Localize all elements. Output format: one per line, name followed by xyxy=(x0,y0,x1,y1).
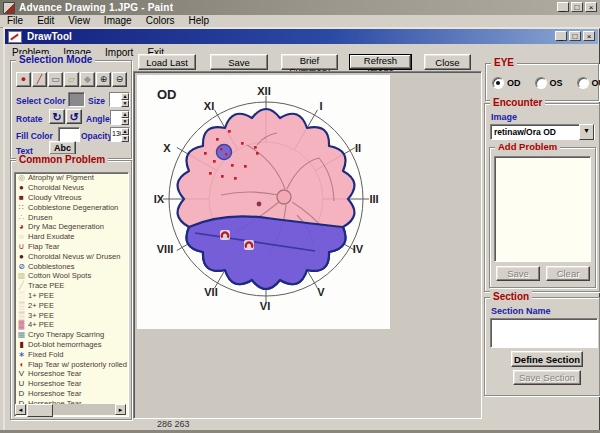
eye-radio-option[interactable]: OD xyxy=(492,77,521,89)
tool-button[interactable]: ▭ xyxy=(48,72,63,87)
save-problem-button[interactable]: Save xyxy=(496,266,540,281)
toolbar-button[interactable]: Brief Summary xyxy=(281,54,338,70)
problem-icon: ▮ xyxy=(17,340,26,349)
common-problem-item[interactable]: V Horseshoe Tear xyxy=(15,369,128,379)
common-problem-item[interactable]: ◖ Flap Tear w/ posteriorly rolled edge xyxy=(15,359,128,369)
rotate-buttons: ↻↺ xyxy=(49,109,82,124)
common-problem-item[interactable]: U Horseshoe Tear xyxy=(15,379,128,389)
problem-icon: ∗ xyxy=(17,350,26,359)
common-problem-item[interactable]: ◕ Dry Mac Degeneration xyxy=(15,222,128,232)
image-label: Image xyxy=(491,112,517,122)
drawtool-window: DrawTool _□× ProblemImageImportExit Load… xyxy=(3,27,600,432)
common-problem-item[interactable]: ▒ 2+ PEE xyxy=(15,300,128,310)
opacity-down-icon: ▼ xyxy=(121,135,129,142)
paint-window-control-button[interactable]: _ xyxy=(557,2,569,12)
common-problem-item[interactable]: ▦ Cryo Therapy Scarring xyxy=(15,330,128,340)
drawtool-window-control-button[interactable]: □ xyxy=(569,31,581,41)
common-problem-item[interactable]: D Horseshoe Tear xyxy=(15,389,128,399)
common-problem-item[interactable]: ∗ Fixed Fold xyxy=(15,349,128,359)
problem-icon: ⊘ xyxy=(17,262,26,271)
save-section-button[interactable]: Save Section xyxy=(513,370,581,385)
tool-button[interactable]: ● xyxy=(16,72,31,87)
common-problem-item[interactable]: ∴ Drusen xyxy=(15,212,128,222)
eye-radio-label: OU xyxy=(592,78,600,88)
drawtool-menu-item[interactable]: Import xyxy=(98,47,140,59)
toolbar-button[interactable]: Load Last xyxy=(138,54,196,70)
paint-menu-item[interactable]: Colors xyxy=(139,15,182,27)
common-problem-item[interactable]: ⊘ Cobblestones xyxy=(15,261,128,271)
paint-menu-item[interactable]: Help xyxy=(182,15,217,27)
paint-menu-item[interactable]: File xyxy=(0,15,30,27)
common-problem-item[interactable]: ▮ Dot-blot hemorrhages xyxy=(15,340,128,350)
chevron-down-icon[interactable]: ▼ xyxy=(579,124,594,140)
add-problem-listbox[interactable] xyxy=(494,156,591,262)
common-problem-item[interactable]: ■ Cloudy Vitreous xyxy=(15,193,128,203)
paint-window-control-button[interactable]: × xyxy=(585,2,597,12)
toolbar-button[interactable]: Save xyxy=(210,54,268,70)
problem-label: Horseshoe Tear xyxy=(28,389,81,398)
paint-window-title: Advance Drawing 1.JPG - Paint xyxy=(19,2,173,13)
paint-app-icon xyxy=(3,2,15,14)
tool-button[interactable]: ▱ xyxy=(64,72,79,87)
tool-button[interactable]: ◆ xyxy=(80,72,95,87)
define-section-button[interactable]: Define Section xyxy=(511,351,583,367)
common-problem-item[interactable]: ░ 1+ PEE xyxy=(15,291,128,301)
toolbar-button[interactable]: Refresh Image xyxy=(349,54,412,70)
eye-radio-label: OS xyxy=(550,78,563,88)
problem-icon: D xyxy=(17,389,26,398)
clear-problem-button[interactable]: Clear xyxy=(546,266,590,281)
rotate-button[interactable]: ↺ xyxy=(66,109,82,124)
drawtool-window-control-button[interactable]: × xyxy=(583,31,595,41)
fill-color-swatch[interactable] xyxy=(58,127,80,142)
opacity-spinner[interactable]: 130 ▲▼ xyxy=(110,127,130,142)
common-problem-item[interactable]: ▩ Cotton Wool Spots xyxy=(15,271,128,281)
fill-color-label: Fill Color xyxy=(16,131,53,141)
problem-label: Dot-blot hemorrhages xyxy=(28,340,101,349)
scroll-right-icon[interactable]: ▸ xyxy=(115,404,126,415)
problem-label: Cloudy Vitreous xyxy=(28,193,81,202)
drawtool-window-control-button[interactable]: _ xyxy=(555,31,567,41)
section-name-input[interactable] xyxy=(490,318,598,348)
scroll-left-icon[interactable]: ◂ xyxy=(15,404,26,415)
radio-icon[interactable] xyxy=(535,77,547,89)
text-abc-button[interactable]: Abc xyxy=(49,141,76,155)
radio-icon[interactable] xyxy=(492,77,504,89)
paint-menu-item[interactable]: Image xyxy=(97,15,139,27)
problem-label: Flap Tear xyxy=(28,242,60,251)
size-spinner[interactable]: ▲▼ xyxy=(109,92,130,107)
eye-radio-option[interactable]: OS xyxy=(535,77,563,89)
common-problem-group: Common Problem ◎ Atrophy w/ Pigment ● Ch… xyxy=(10,160,132,420)
tool-button[interactable]: ⊕ xyxy=(96,72,111,87)
common-problem-item[interactable]: ○ Hard Exudate xyxy=(15,232,128,242)
common-problem-item[interactable]: ∪ Flap Tear xyxy=(15,242,128,252)
common-problem-item[interactable]: ● Choroidal Nevus xyxy=(15,183,128,193)
radio-icon[interactable] xyxy=(577,77,589,89)
common-problem-item[interactable]: ∷ Cobblestone Degeneration xyxy=(15,202,128,212)
paint-window-control-button[interactable]: □ xyxy=(571,2,583,12)
paint-menu-item[interactable]: View xyxy=(61,15,97,27)
problem-icon: ∴ xyxy=(17,213,26,222)
angle-up-icon: ▲ xyxy=(121,111,129,118)
common-problem-item[interactable]: ● Choroidal Nevus w/ Drusen xyxy=(15,251,128,261)
tool-button[interactable]: ⊖ xyxy=(112,72,127,87)
drawing-area-panel: XII I II III IV V VI VII VIII IX X XI OD xyxy=(133,71,482,419)
problem-icon: ● xyxy=(17,252,26,261)
retina-drawing-canvas[interactable]: XII I II III IV V VI VII VIII IX X XI OD xyxy=(137,75,390,329)
paint-menu-item[interactable]: Edit xyxy=(30,15,61,27)
image-dropdown[interactable]: retinaw/Ora OD ▼ xyxy=(490,124,595,140)
common-problem-item[interactable]: ◎ Atrophy w/ Pigment xyxy=(15,173,128,183)
problem-label: Choroidal Nevus xyxy=(28,183,84,192)
common-problem-item[interactable]: ╱ Trace PEE xyxy=(15,281,128,291)
scrollbar-thumb[interactable] xyxy=(27,404,53,417)
common-problem-item[interactable]: ▓ 4+ PEE xyxy=(15,320,128,330)
eye-radio-option[interactable]: OU xyxy=(577,77,600,89)
select-color-swatch[interactable] xyxy=(68,92,85,107)
paint-window-controls: _□× xyxy=(557,2,597,12)
svg-text:X: X xyxy=(163,142,171,154)
rotate-button[interactable]: ↻ xyxy=(49,109,65,124)
tool-button[interactable]: ╱ xyxy=(32,72,47,87)
common-problem-hscrollbar[interactable]: ◂ ▸ xyxy=(15,404,126,415)
toolbar-button[interactable]: Close xyxy=(424,54,471,70)
angle-spinner[interactable]: ▲▼ xyxy=(110,110,130,125)
common-problem-item[interactable]: ▒ 3+ PEE xyxy=(15,310,128,320)
